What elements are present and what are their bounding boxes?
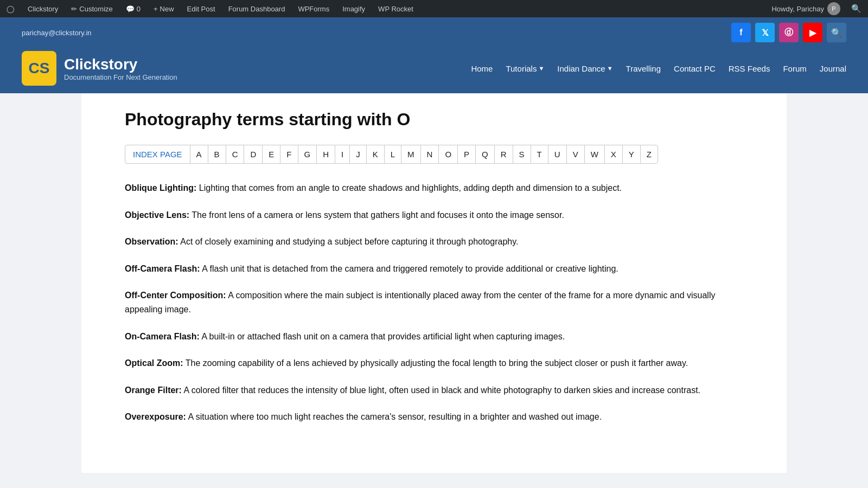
alpha-nav-letter-c[interactable]: C <box>226 145 245 163</box>
wpforms-label: WPForms <box>298 5 329 13</box>
alpha-nav-letter-i[interactable]: I <box>335 145 350 163</box>
site-tagline: Documentation For Next Generation <box>64 73 177 81</box>
nav-travelling[interactable]: Travelling <box>626 64 661 73</box>
main-content: Photography terms starting with O INDEX … <box>81 93 787 473</box>
alpha-nav-letter-z[interactable]: Z <box>641 145 658 163</box>
customize-item[interactable]: ✏ Customize <box>69 0 114 17</box>
alpha-letters: ABCDEFGHIJKLMNOPQRSTUVWXYZ <box>190 145 658 163</box>
wp-rocket-label: WP Rocket <box>378 5 413 13</box>
alpha-nav-letter-t[interactable]: T <box>531 145 548 163</box>
term-entry: Objective Lens: The front lens of a came… <box>125 208 743 222</box>
site-logo[interactable]: CS <box>22 51 56 86</box>
customize-icon: ✏ <box>71 5 77 13</box>
logo-text: CS <box>29 60 50 77</box>
alpha-nav-letter-m[interactable]: M <box>401 145 421 163</box>
nav-rss-feeds[interactable]: RSS Feeds <box>729 64 770 73</box>
term-entry: On-Camera Flash: A built-in or attached … <box>125 330 743 344</box>
new-item[interactable]: + New <box>151 0 176 17</box>
term-entry: Off-Center Composition: A composition wh… <box>125 288 743 316</box>
term-entry: Overexposure: A situation where too much… <box>125 410 743 424</box>
term-entry: Observation: Act of closely examining an… <box>125 235 743 249</box>
alpha-nav-letter-d[interactable]: D <box>244 145 263 163</box>
new-label: New <box>160 5 174 13</box>
term-entry: Orange Filter: A colored filter that red… <box>125 383 743 397</box>
alpha-nav-letter-o[interactable]: O <box>439 145 458 163</box>
alpha-nav-letter-e[interactable]: E <box>263 145 280 163</box>
alpha-nav-letter-a[interactable]: A <box>190 145 208 163</box>
nav-indian-dance[interactable]: Indian Dance ▼ <box>557 64 612 73</box>
howdy-text: Howdy, Parichay <box>771 5 824 13</box>
forum-dashboard-label: Forum Dashboard <box>228 5 285 13</box>
new-icon: + <box>154 5 158 13</box>
avatar: P <box>827 2 840 15</box>
facebook-icon[interactable]: f <box>731 23 751 42</box>
imagify-label: Imagify <box>342 5 365 13</box>
header-email: parichay@clickstory.in <box>22 29 92 37</box>
alpha-nav-letter-j[interactable]: J <box>350 145 367 163</box>
alpha-nav-letter-l[interactable]: L <box>385 145 401 163</box>
forum-dashboard-item[interactable]: Forum Dashboard <box>226 0 288 17</box>
site-header: parichay@clickstory.in f 𝕏 ⓓ ▶ 🔍 CS Clic… <box>0 17 868 93</box>
alpha-nav-letter-b[interactable]: B <box>208 145 226 163</box>
terms-container: Oblique Lighting: Lighting that comes fr… <box>125 181 743 424</box>
alpha-nav-letter-p[interactable]: P <box>458 145 476 163</box>
page-title: Photography terms starting with O <box>125 110 743 130</box>
edit-post-item[interactable]: Edit Post <box>185 0 218 17</box>
edit-post-label: Edit Post <box>187 5 215 13</box>
alpha-nav-letter-q[interactable]: Q <box>476 145 495 163</box>
alpha-nav-letter-w[interactable]: W <box>585 145 605 163</box>
customize-label: Customize <box>79 5 112 13</box>
howdy-section: Howdy, Parichay P <box>771 2 840 15</box>
term-entry: Oblique Lighting: Lighting that comes fr… <box>125 181 743 195</box>
tutorials-chevron-icon: ▼ <box>538 65 544 72</box>
site-branding: CS Clickstory Documentation For Next Gen… <box>22 51 177 86</box>
alpha-nav-letter-s[interactable]: S <box>513 145 531 163</box>
comments-icon: 💬 <box>126 5 135 13</box>
site-title: Clickstory <box>64 56 177 73</box>
nav-tutorials[interactable]: Tutorials ▼ <box>506 64 544 73</box>
youtube-icon[interactable]: ▶ <box>803 23 822 42</box>
main-nav: Home Tutorials ▼ Indian Dance ▼ Travelli… <box>471 64 846 73</box>
alpha-nav-letter-r[interactable]: R <box>495 145 513 163</box>
alpha-nav-letter-x[interactable]: X <box>605 145 623 163</box>
alpha-nav-index[interactable]: INDEX PAGE <box>125 145 190 163</box>
alpha-nav-letter-k[interactable]: K <box>367 145 385 163</box>
comments-count: 0 <box>137 5 141 13</box>
wp-logo-item[interactable]: ◯ <box>4 0 17 17</box>
nav-forum[interactable]: Forum <box>783 64 806 73</box>
comments-item[interactable]: 💬 0 <box>124 0 143 17</box>
alpha-nav-letter-g[interactable]: G <box>298 145 317 163</box>
header-main: CS Clickstory Documentation For Next Gen… <box>22 46 846 93</box>
site-name-label: Clickstory <box>28 5 58 13</box>
alpha-nav-letter-v[interactable]: V <box>567 145 585 163</box>
admin-bar: ◯ Clickstory ✏ Customize 💬 0 + New Edit … <box>0 0 868 17</box>
site-name-item[interactable]: Clickstory <box>25 0 60 17</box>
social-icons: f 𝕏 ⓓ ▶ 🔍 <box>731 23 846 42</box>
indian-dance-chevron-icon: ▼ <box>607 65 613 72</box>
term-entry: Optical Zoom: The zooming capability of … <box>125 356 743 370</box>
alpha-nav-letter-f[interactable]: F <box>280 145 298 163</box>
header-top: parichay@clickstory.in f 𝕏 ⓓ ▶ 🔍 <box>22 17 846 46</box>
search-admin-icon: 🔍 <box>851 4 861 14</box>
wp-rocket-item[interactable]: WP Rocket <box>376 0 416 17</box>
term-entry: Off-Camera Flash: A flash unit that is d… <box>125 262 743 276</box>
alpha-nav-letter-n[interactable]: N <box>421 145 439 163</box>
nav-home[interactable]: Home <box>471 64 493 73</box>
wpforms-item[interactable]: WPForms <box>296 0 331 17</box>
alphabet-nav: INDEX PAGE ABCDEFGHIJKLMNOPQRSTUVWXYZ <box>125 145 658 164</box>
imagify-item[interactable]: Imagify <box>340 0 367 17</box>
twitter-icon[interactable]: 𝕏 <box>755 23 775 42</box>
alpha-nav-letter-y[interactable]: Y <box>623 145 641 163</box>
wp-logo-icon: ◯ <box>7 5 15 13</box>
header-search-icon[interactable]: 🔍 <box>827 23 846 42</box>
instagram-icon[interactable]: ⓓ <box>779 23 799 42</box>
search-admin-item[interactable]: 🔍 <box>849 0 864 17</box>
alpha-nav-letter-u[interactable]: U <box>548 145 567 163</box>
alpha-nav-letter-h[interactable]: H <box>317 145 335 163</box>
nav-contact-pc[interactable]: Contact PC <box>674 64 716 73</box>
nav-journal[interactable]: Journal <box>820 64 846 73</box>
site-title-block: Clickstory Documentation For Next Genera… <box>64 56 177 81</box>
